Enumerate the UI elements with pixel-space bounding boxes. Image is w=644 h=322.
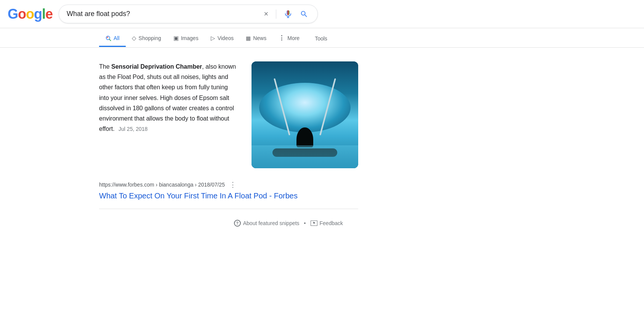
tab-shopping-label: Shopping (139, 35, 161, 41)
tab-videos-label: Videos (218, 35, 234, 41)
tab-images[interactable]: ▣ Images (167, 30, 205, 47)
tab-more-label: More (287, 35, 300, 41)
tab-images-label: Images (181, 35, 199, 41)
logo-o2: o (26, 6, 34, 22)
result-menu-button[interactable]: ⋮ (229, 180, 236, 189)
images-icon: ▣ (173, 35, 179, 42)
content-divider (99, 209, 358, 209)
question-mark-icon: ? (234, 220, 241, 227)
tab-videos[interactable]: ▷ Videos (205, 30, 240, 47)
google-logo[interactable]: Google (8, 6, 53, 22)
logo-e: e (45, 6, 53, 22)
snippet-text-after: , also known as the Float Pod, shuts out… (99, 63, 236, 132)
main-content: The Sensorial Deprivation Chamber, also … (0, 48, 457, 234)
snippet-text-block: The Sensorial Deprivation Chamber, also … (99, 61, 236, 168)
feedback-link[interactable]: ⚑ Feedback (311, 220, 343, 226)
featured-snippet: The Sensorial Deprivation Chamber, also … (99, 61, 358, 168)
videos-icon: ▷ (211, 35, 215, 42)
svg-point-2 (107, 37, 108, 38)
tab-all-label: All (114, 35, 120, 41)
clear-button[interactable]: × (262, 8, 270, 20)
water-reflection (252, 145, 358, 168)
search-input[interactable] (67, 10, 258, 18)
tools-tab[interactable]: Tools (309, 31, 333, 46)
svg-line-1 (109, 39, 111, 40)
tab-news[interactable]: ▦ News (240, 31, 272, 47)
tab-more[interactable]: ⋮ More (272, 30, 306, 47)
snippet-image (252, 61, 358, 168)
news-icon: ▦ (246, 35, 251, 41)
snippet-text-before: The (99, 63, 111, 70)
logo-o1: o (18, 6, 26, 22)
snippet-date: Jul 25, 2018 (119, 126, 147, 132)
result-url-text: https://www.forbes.com › biancasalonga ›… (99, 182, 225, 188)
search-icon (300, 10, 308, 18)
search-result-forbes: https://www.forbes.com › biancasalonga ›… (99, 180, 358, 201)
feedback-label: Feedback (320, 220, 343, 226)
search-box: × (59, 5, 318, 23)
about-snippets-link[interactable]: ? About featured snippets (234, 220, 300, 227)
footer-dot: • (304, 220, 306, 226)
tab-all[interactable]: All (99, 31, 126, 47)
shopping-icon: ◇ (132, 35, 136, 42)
microphone-icon (284, 10, 292, 18)
voice-search-button[interactable] (282, 8, 294, 20)
snippet-footer: ? About featured snippets • ⚑ Feedback (99, 217, 358, 227)
feedback-icon: ⚑ (311, 221, 317, 226)
result-url: https://www.forbes.com › biancasalonga ›… (99, 180, 358, 189)
search-divider (276, 10, 276, 19)
clear-icon: × (264, 10, 268, 18)
nav-tabs: All ◇ Shopping ▣ Images ▷ Videos ▦ News … (0, 28, 644, 48)
result-title-link[interactable]: What To Expect On Your First Time In A F… (99, 192, 298, 200)
float-pod-visual (252, 61, 358, 168)
about-snippets-label: About featured snippets (243, 220, 300, 226)
header: Google × (0, 0, 644, 28)
logo-g2: g (34, 6, 42, 22)
snippet-bold-term: Sensorial Deprivation Chamber (111, 63, 202, 70)
logo-g: G (8, 6, 18, 22)
tab-shopping[interactable]: ◇ Shopping (126, 30, 167, 47)
pod-oval (259, 83, 351, 132)
all-search-icon (105, 35, 111, 41)
logo-l: l (42, 6, 45, 22)
tab-news-label: News (253, 35, 266, 41)
more-icon: ⋮ (279, 34, 285, 42)
search-button[interactable] (298, 8, 310, 20)
